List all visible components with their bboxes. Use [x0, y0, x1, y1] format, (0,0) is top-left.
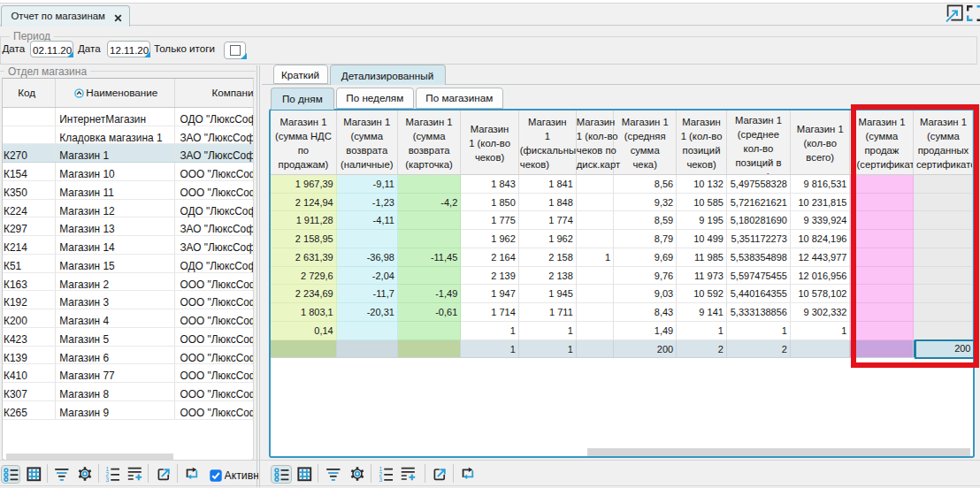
svg-text:3: 3 [105, 477, 109, 482]
svg-text:3: 3 [379, 477, 382, 482]
